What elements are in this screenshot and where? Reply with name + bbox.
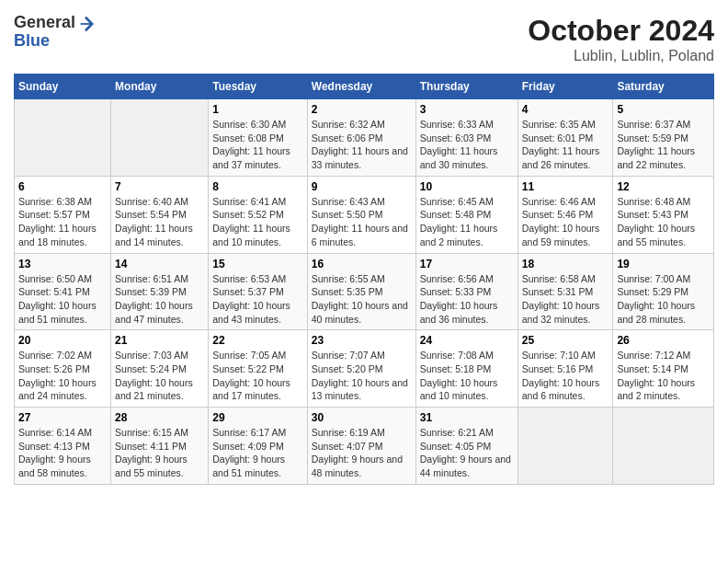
calendar-cell <box>111 99 209 177</box>
calendar-cell: 4Sunrise: 6:35 AMSunset: 6:01 PMDaylight… <box>518 99 613 177</box>
calendar-cell: 3Sunrise: 6:33 AMSunset: 6:03 PMDaylight… <box>415 99 518 177</box>
header-cell-monday: Monday <box>111 75 209 99</box>
day-number: 1 <box>212 103 303 116</box>
calendar-cell: 24Sunrise: 7:08 AMSunset: 5:18 PMDayligh… <box>415 330 518 408</box>
day-number: 31 <box>420 411 514 424</box>
day-number: 15 <box>212 258 303 270</box>
day-number: 7 <box>115 180 204 193</box>
calendar-cell: 31Sunrise: 6:21 AMSunset: 4:05 PMDayligh… <box>415 408 518 485</box>
day-number: 22 <box>212 334 303 347</box>
calendar-body: 1Sunrise: 6:30 AMSunset: 6:08 PMDaylight… <box>15 99 714 485</box>
calendar-cell: 17Sunrise: 6:56 AMSunset: 5:33 PMDayligh… <box>415 253 518 330</box>
calendar-cell: 1Sunrise: 6:30 AMSunset: 6:08 PMDaylight… <box>209 99 308 177</box>
day-number: 8 <box>212 180 303 193</box>
calendar-cell: 5Sunrise: 6:37 AMSunset: 5:59 PMDaylight… <box>613 99 714 177</box>
day-number: 12 <box>617 180 710 193</box>
title-block: October 2024 Lublin, Lublin, Poland <box>528 14 714 64</box>
day-detail: Sunrise: 6:38 AMSunset: 5:57 PMDaylight:… <box>18 196 97 247</box>
day-detail: Sunrise: 6:50 AMSunset: 5:41 PMDaylight:… <box>18 273 97 325</box>
header-cell-sunday: Sunday <box>15 75 111 99</box>
day-detail: Sunrise: 6:40 AMSunset: 5:54 PMDaylight:… <box>115 196 193 247</box>
day-detail: Sunrise: 6:15 AMSunset: 4:11 PMDaylight:… <box>115 427 188 478</box>
calendar-cell: 16Sunrise: 6:55 AMSunset: 5:35 PMDayligh… <box>307 253 415 330</box>
calendar-cell: 30Sunrise: 6:19 AMSunset: 4:07 PMDayligh… <box>307 408 415 485</box>
calendar-week-3: 20Sunrise: 7:02 AMSunset: 5:26 PMDayligh… <box>15 330 714 408</box>
day-detail: Sunrise: 6:48 AMSunset: 5:43 PMDaylight:… <box>617 196 695 247</box>
calendar-header: SundayMondayTuesdayWednesdayThursdayFrid… <box>15 75 714 99</box>
day-detail: Sunrise: 7:10 AMSunset: 5:16 PMDaylight:… <box>522 350 600 401</box>
day-detail: Sunrise: 6:21 AMSunset: 4:05 PMDaylight:… <box>420 427 511 478</box>
header-cell-friday: Friday <box>518 75 613 99</box>
calendar-cell: 22Sunrise: 7:05 AMSunset: 5:22 PMDayligh… <box>209 330 308 408</box>
day-detail: Sunrise: 6:17 AMSunset: 4:09 PMDaylight:… <box>212 427 286 478</box>
day-number: 17 <box>420 258 514 270</box>
logo-icon <box>77 16 94 32</box>
day-detail: Sunrise: 7:12 AMSunset: 5:14 PMDaylight:… <box>617 350 695 401</box>
header-cell-saturday: Saturday <box>613 75 714 99</box>
calendar-cell: 7Sunrise: 6:40 AMSunset: 5:54 PMDaylight… <box>111 176 209 253</box>
day-number: 28 <box>115 411 204 424</box>
day-detail: Sunrise: 6:37 AMSunset: 5:59 PMDaylight:… <box>617 119 695 170</box>
day-number: 30 <box>312 411 412 424</box>
day-detail: Sunrise: 6:41 AMSunset: 5:52 PMDaylight:… <box>212 196 290 247</box>
calendar-cell: 21Sunrise: 7:03 AMSunset: 5:24 PMDayligh… <box>111 330 209 408</box>
header-row: SundayMondayTuesdayWednesdayThursdayFrid… <box>15 75 714 99</box>
calendar-cell: 2Sunrise: 6:32 AMSunset: 6:06 PMDaylight… <box>307 99 415 177</box>
calendar-cell: 14Sunrise: 6:51 AMSunset: 5:39 PMDayligh… <box>111 253 209 330</box>
day-detail: Sunrise: 6:32 AMSunset: 6:06 PMDaylight:… <box>312 119 408 170</box>
calendar-cell: 8Sunrise: 6:41 AMSunset: 5:52 PMDaylight… <box>209 176 308 253</box>
day-detail: Sunrise: 6:45 AMSunset: 5:48 PMDaylight:… <box>420 196 498 247</box>
calendar-table: SundayMondayTuesdayWednesdayThursdayFrid… <box>14 74 714 485</box>
logo: General Blue <box>14 14 94 51</box>
calendar-cell: 15Sunrise: 6:53 AMSunset: 5:37 PMDayligh… <box>209 253 308 330</box>
day-detail: Sunrise: 6:58 AMSunset: 5:31 PMDaylight:… <box>522 273 600 325</box>
day-number: 4 <box>522 103 609 116</box>
page-title: October 2024 <box>528 14 714 48</box>
day-detail: Sunrise: 6:46 AMSunset: 5:46 PMDaylight:… <box>522 196 600 247</box>
day-detail: Sunrise: 6:53 AMSunset: 5:37 PMDaylight:… <box>212 273 290 325</box>
logo-blue: Blue <box>14 32 94 51</box>
day-detail: Sunrise: 6:19 AMSunset: 4:07 PMDaylight:… <box>312 427 403 478</box>
day-number: 23 <box>312 334 412 347</box>
day-detail: Sunrise: 7:03 AMSunset: 5:24 PMDaylight:… <box>115 350 193 401</box>
day-number: 27 <box>18 411 107 424</box>
day-detail: Sunrise: 7:02 AMSunset: 5:26 PMDaylight:… <box>18 350 97 401</box>
calendar-cell: 28Sunrise: 6:15 AMSunset: 4:11 PMDayligh… <box>111 408 209 485</box>
day-detail: Sunrise: 6:14 AMSunset: 4:13 PMDaylight:… <box>18 427 92 478</box>
calendar-cell: 6Sunrise: 6:38 AMSunset: 5:57 PMDaylight… <box>15 176 111 253</box>
calendar-cell: 23Sunrise: 7:07 AMSunset: 5:20 PMDayligh… <box>307 330 415 408</box>
day-number: 6 <box>18 180 107 193</box>
day-number: 11 <box>522 180 609 193</box>
day-number: 18 <box>522 258 609 270</box>
day-number: 25 <box>522 334 609 347</box>
calendar-cell: 26Sunrise: 7:12 AMSunset: 5:14 PMDayligh… <box>613 330 714 408</box>
page-header: General Blue October 2024 Lublin, Lublin… <box>14 14 714 64</box>
day-detail: Sunrise: 6:43 AMSunset: 5:50 PMDaylight:… <box>312 196 408 247</box>
day-number: 20 <box>18 334 107 347</box>
calendar-cell <box>613 408 714 485</box>
day-detail: Sunrise: 6:35 AMSunset: 6:01 PMDaylight:… <box>522 119 600 170</box>
day-number: 21 <box>115 334 204 347</box>
day-number: 24 <box>420 334 514 347</box>
calendar-cell <box>518 408 613 485</box>
day-detail: Sunrise: 7:05 AMSunset: 5:22 PMDaylight:… <box>212 350 290 401</box>
calendar-cell: 12Sunrise: 6:48 AMSunset: 5:43 PMDayligh… <box>613 176 714 253</box>
day-detail: Sunrise: 6:51 AMSunset: 5:39 PMDaylight:… <box>115 273 193 325</box>
day-detail: Sunrise: 7:08 AMSunset: 5:18 PMDaylight:… <box>420 350 498 401</box>
day-number: 5 <box>617 103 710 116</box>
calendar-cell: 19Sunrise: 7:00 AMSunset: 5:29 PMDayligh… <box>613 253 714 330</box>
calendar-cell <box>15 99 111 177</box>
day-detail: Sunrise: 6:56 AMSunset: 5:33 PMDaylight:… <box>420 273 498 325</box>
logo-text: General Blue <box>14 14 94 51</box>
calendar-cell: 11Sunrise: 6:46 AMSunset: 5:46 PMDayligh… <box>518 176 613 253</box>
day-number: 2 <box>312 103 412 116</box>
calendar-week-2: 13Sunrise: 6:50 AMSunset: 5:41 PMDayligh… <box>15 253 714 330</box>
day-number: 10 <box>420 180 514 193</box>
calendar-week-4: 27Sunrise: 6:14 AMSunset: 4:13 PMDayligh… <box>15 408 714 485</box>
day-number: 16 <box>312 258 412 270</box>
header-cell-thursday: Thursday <box>415 75 518 99</box>
calendar-week-0: 1Sunrise: 6:30 AMSunset: 6:08 PMDaylight… <box>15 99 714 177</box>
calendar-cell: 18Sunrise: 6:58 AMSunset: 5:31 PMDayligh… <box>518 253 613 330</box>
day-number: 13 <box>18 258 107 270</box>
calendar-cell: 29Sunrise: 6:17 AMSunset: 4:09 PMDayligh… <box>209 408 308 485</box>
